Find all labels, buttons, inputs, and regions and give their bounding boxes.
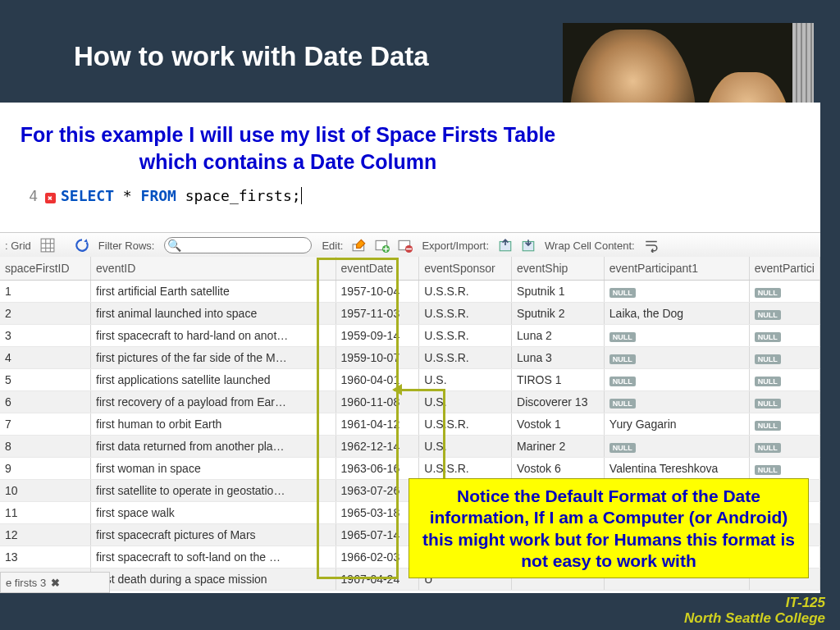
cell-p2[interactable]: NULL [749, 325, 819, 347]
cell-p1[interactable]: NULL [604, 369, 749, 391]
cell-sp[interactable]: U.S. [419, 391, 512, 413]
cell-ev[interactable]: first spacecraft to hard-land on anot… [91, 325, 336, 347]
cell-dt[interactable]: 1965-03-18 [336, 502, 419, 524]
col-eventParticipant2[interactable]: eventPartici [749, 257, 819, 281]
cell-dt[interactable]: 1961-04-12 [336, 413, 419, 436]
cell-ev[interactable]: first data returned from another pla… [91, 436, 336, 458]
cell-sp[interactable]: U.S.S.R. [419, 458, 512, 480]
cell-p1[interactable]: NULL [604, 325, 749, 347]
cell-p1[interactable]: Laika, the Dog [604, 303, 749, 325]
cell-id[interactable]: 7 [0, 413, 91, 436]
cell-sp[interactable]: U.S. [419, 369, 512, 391]
cell-dt[interactable]: 1967-04-24 [336, 568, 419, 591]
cell-p1[interactable]: NULL [604, 391, 749, 413]
cell-ev[interactable]: first spacecraft to soft-land on the … [91, 546, 336, 568]
cell-sh[interactable]: Discoverer 13 [512, 391, 605, 413]
wrap-icon[interactable] [642, 237, 660, 253]
cell-sh[interactable]: Mariner 2 [512, 436, 605, 458]
add-row-icon[interactable] [373, 237, 391, 253]
cell-dt[interactable]: 1957-11-03 [336, 303, 419, 325]
cell-ev[interactable]: first death during a space mission [91, 568, 336, 591]
cell-id[interactable]: 4 [0, 347, 91, 369]
cell-sh[interactable]: Sputnik 1 [512, 281, 605, 303]
refresh-icon[interactable] [73, 237, 91, 253]
table-row[interactable]: 2first animal launched into space1957-11… [0, 303, 820, 325]
cell-ev[interactable]: first pictures of the far side of the M… [91, 347, 336, 369]
table-row[interactable]: 1first artificial Earth satellite1957-10… [0, 281, 820, 303]
cell-p1[interactable]: Valentina Tereshkova [604, 458, 749, 480]
breakpoint-icon[interactable]: ✖ [43, 187, 57, 204]
cell-sh[interactable]: TIROS 1 [512, 369, 605, 391]
cell-p1[interactable]: NULL [604, 436, 749, 458]
cell-p2[interactable]: NULL [749, 347, 819, 369]
cell-ev[interactable]: first applications satellite launched [91, 369, 336, 391]
table-row[interactable]: 5first applications satellite launched19… [0, 369, 820, 391]
result-tab[interactable]: e firsts 3 ✖ [0, 572, 110, 593]
cell-sh[interactable]: Vostok 1 [512, 413, 605, 436]
cell-p1[interactable]: Yury Gagarin [604, 413, 749, 436]
delete-row-icon[interactable] [396, 237, 414, 253]
cell-p2[interactable]: NULL [749, 281, 819, 303]
cell-ev[interactable]: first woman in space [91, 458, 336, 480]
cell-dt[interactable]: 1966-02-03 [336, 546, 419, 568]
cell-id[interactable]: 3 [0, 325, 91, 347]
cell-dt[interactable]: 1960-04-01 [336, 369, 419, 391]
col-spaceFirstID[interactable]: spaceFirstID [0, 257, 91, 281]
cell-sh[interactable]: Sputnik 2 [512, 303, 605, 325]
cell-ev[interactable]: first artificial Earth satellite [91, 281, 336, 303]
col-eventShip[interactable]: eventShip [512, 257, 605, 281]
cell-sp[interactable]: U.S. [419, 436, 512, 458]
cell-sh[interactable]: Vostok 6 [512, 458, 605, 480]
cell-dt[interactable]: 1959-09-14 [336, 325, 419, 347]
cell-p2[interactable]: NULL [749, 436, 819, 458]
cell-sp[interactable]: U.S.S.R. [419, 281, 512, 303]
cell-p2[interactable]: NULL [749, 303, 819, 325]
filter-input[interactable] [164, 237, 312, 253]
cell-p2[interactable]: NULL [749, 458, 819, 480]
cell-dt[interactable]: 1959-10-07 [336, 347, 419, 369]
cell-id[interactable]: 9 [0, 458, 91, 480]
cell-id[interactable]: 1 [0, 281, 91, 303]
table-row[interactable]: 6first recovery of a payload from Ear…19… [0, 391, 820, 413]
table-row[interactable]: 4first pictures of the far side of the M… [0, 347, 820, 369]
col-eventSponsor[interactable]: eventSponsor [419, 257, 512, 281]
table-row[interactable]: 3first spacecraft to hard-land on anot…1… [0, 325, 820, 347]
cell-sh[interactable]: Luna 3 [512, 347, 605, 369]
cell-p2[interactable]: NULL [749, 391, 819, 413]
cell-ev[interactable]: first satellite to operate in geostatio… [91, 480, 336, 502]
sql-editor[interactable]: 4 ✖ SELECT * FROM space_firsts; [0, 185, 623, 206]
cell-id[interactable]: 11 [0, 502, 91, 524]
cell-ev[interactable]: first space walk [91, 502, 336, 524]
cell-dt[interactable]: 1963-07-26 [336, 480, 419, 502]
cell-p2[interactable]: NULL [749, 413, 819, 436]
cell-sp[interactable]: U.S.S.R. [419, 413, 512, 436]
grid-icon[interactable] [39, 237, 57, 253]
cell-dt[interactable]: 1960-11-08 [336, 391, 419, 413]
cell-ev[interactable]: first recovery of a payload from Ear… [91, 391, 336, 413]
cell-p1[interactable]: NULL [604, 281, 749, 303]
table-row[interactable]: 8first data returned from another pla…19… [0, 436, 820, 458]
edit-row-icon[interactable] [350, 237, 368, 253]
cell-dt[interactable]: 1965-07-14 [336, 524, 419, 546]
header-row[interactable]: spaceFirstID eventID eventDate eventSpon… [0, 257, 820, 281]
table-row[interactable]: 9first woman in space1963-06-16U.S.S.R.V… [0, 458, 820, 480]
col-eventDate[interactable]: eventDate [336, 257, 419, 281]
cell-ev[interactable]: first human to orbit Earth [91, 413, 336, 436]
export-icon[interactable] [496, 237, 514, 253]
cell-sp[interactable]: U.S.S.R. [419, 325, 512, 347]
cell-p1[interactable]: NULL [604, 347, 749, 369]
cell-id[interactable]: 8 [0, 436, 91, 458]
cell-id[interactable]: 6 [0, 391, 91, 413]
cell-sp[interactable]: U.S.S.R. [419, 347, 512, 369]
cell-dt[interactable]: 1962-12-14 [336, 436, 419, 458]
cell-ev[interactable]: first animal launched into space [91, 303, 336, 325]
cell-sp[interactable]: U.S.S.R. [419, 303, 512, 325]
cell-dt[interactable]: 1963-06-16 [336, 458, 419, 480]
cell-sh[interactable]: Luna 2 [512, 325, 605, 347]
col-eventID[interactable]: eventID [91, 257, 336, 281]
close-icon[interactable]: ✖ [51, 577, 60, 589]
cell-id[interactable]: 2 [0, 303, 91, 325]
cell-id[interactable]: 13 [0, 546, 91, 568]
cell-ev[interactable]: first spacecraft pictures of Mars [91, 524, 336, 546]
cell-id[interactable]: 12 [0, 524, 91, 546]
